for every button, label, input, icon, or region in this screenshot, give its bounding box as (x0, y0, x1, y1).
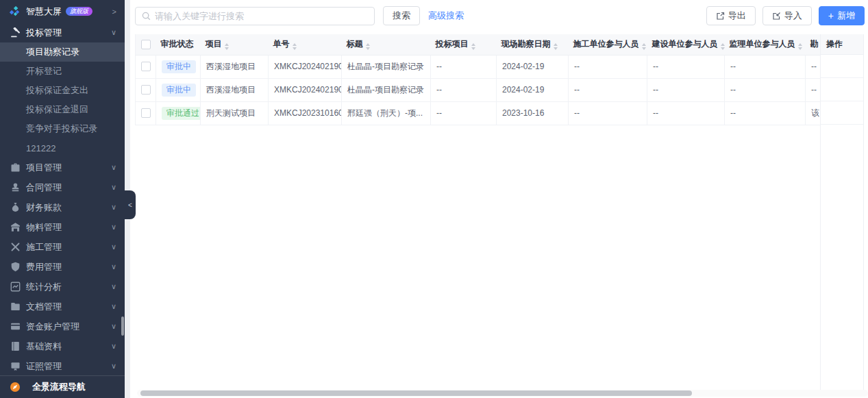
sidebar-item-license-management[interactable]: 证照管理 ∨ (0, 356, 125, 375)
column-header-order-no[interactable]: 单号 (269, 34, 342, 55)
sidebar-item-bid-bond-refund[interactable]: 投标保证金退回 (0, 100, 125, 119)
cell-builder-participants: -- (647, 55, 725, 78)
tools-icon (10, 242, 21, 253)
sidebar-item-statistics-analysis[interactable]: 统计分析 ∨ (0, 277, 125, 297)
actions-cell (821, 55, 863, 78)
sidebar-item-label: 智慧大屏 (26, 5, 62, 18)
export-button[interactable]: 导出 (706, 6, 756, 25)
cell-survey-date: 2024-02-19 (497, 55, 569, 78)
sidebar-item-expense-management[interactable]: 费用管理 ∨ (0, 257, 125, 277)
sidebar-item-label: 投标管理 (26, 27, 62, 39)
column-header-supervisor-participants[interactable]: 监理单位参与人员 (725, 34, 806, 55)
sidebar-item-competitor-bid-records[interactable]: 竞争对手投标记录 (0, 119, 125, 138)
sidebar-collapse-handle[interactable]: < (125, 190, 136, 219)
sidebar-item-label: 物料管理 (26, 221, 62, 234)
cell-survey-date: 2024-02-19 (497, 78, 569, 101)
chevron-down-icon: ∨ (111, 183, 116, 192)
cell-project: 刑天测试项目 (201, 101, 269, 125)
sidebar-item-label: 开标登记 (26, 65, 62, 77)
sidebar-scrollbar[interactable] (121, 316, 124, 336)
sidebar-item-project-management[interactable]: 项目管理 ∨ (0, 158, 125, 177)
chevron-down-icon: ∨ (111, 342, 116, 351)
horizontal-scrollbar-thumb[interactable] (140, 390, 692, 396)
row-checkbox[interactable] (141, 108, 151, 118)
chevron-down-icon: ∨ (111, 302, 116, 311)
fixed-actions-column: 操作 (820, 34, 864, 390)
sort-icon[interactable] (642, 43, 646, 50)
sidebar-item-smart-screen[interactable]: 智慧大屏 旗舰版 > (0, 0, 125, 23)
import-icon (772, 12, 781, 21)
row-checkbox[interactable] (141, 62, 151, 71)
status-badge: 审批中 (162, 84, 196, 97)
sidebar-item-project-survey-records[interactable]: 项目勘察记录 (0, 42, 125, 62)
sidebar-item-label: 项目管理 (26, 162, 62, 174)
chevron-down-icon: ∨ (111, 262, 116, 271)
chevron-down-icon: ∨ (111, 163, 116, 172)
status-badge: 审批中 (162, 60, 196, 73)
add-button[interactable]: + 新增 (819, 6, 865, 25)
column-header-bid-project[interactable]: 投标项目 (431, 34, 497, 55)
shield-icon (10, 262, 21, 273)
sidebar-item-process-navigation[interactable]: 全景流程导航 (0, 375, 125, 398)
sidebar-item-bid-bond-payment[interactable]: 投标保证金支出 (0, 81, 125, 100)
cell-bid-project: -- (431, 78, 497, 101)
sidebar-item-label: 资金账户管理 (26, 321, 79, 333)
sidebar-item-document-management[interactable]: 文档管理 ∨ (0, 297, 125, 316)
cell-supervisor-participants: -- (725, 55, 806, 78)
export-icon (716, 12, 725, 21)
cell-construction-participants: -- (569, 78, 647, 101)
search-button[interactable]: 搜索 (383, 6, 420, 25)
table-row: 审批通过 刑天测试项目 XMKCJ20231016001 邢廷强（刑天）-项..… (136, 101, 821, 125)
column-label: 审批状态 (161, 39, 194, 49)
cell-project: 西溪湿地项目 (201, 55, 269, 78)
column-header-builder-participants[interactable]: 建设单位参与人员 (647, 34, 725, 55)
search-input[interactable] (155, 11, 368, 21)
add-button-label: 新增 (837, 10, 855, 22)
sidebar-menu: 智慧大屏 旗舰版 > 投标管理 ∨ 项目勘察记录 开标登记 (0, 0, 125, 375)
cell-builder-participants: -- (647, 78, 725, 101)
toolbar-actions: 导出 导入 + 新增 (706, 6, 865, 25)
sort-icon[interactable] (366, 43, 370, 50)
column-header-construction-participants[interactable]: 施工单位参与人员 (569, 34, 647, 55)
column-header-title[interactable]: 标题 (342, 34, 431, 55)
select-all-checkbox[interactable] (141, 40, 151, 49)
smart-screen-logo-icon (10, 6, 21, 17)
cell-supervisor-participants: -- (725, 78, 806, 101)
column-label: 项目 (206, 39, 222, 49)
export-button-label: 导出 (728, 10, 746, 22)
sidebar-item-material-management[interactable]: 物料管理 ∨ (0, 217, 125, 237)
horizontal-scrollbar[interactable] (137, 390, 868, 397)
sidebar-item-label: 121222 (26, 143, 55, 153)
sidebar-item-121222[interactable]: 121222 (0, 138, 125, 158)
advanced-search-link[interactable]: 高级搜索 (428, 10, 464, 22)
sort-icon[interactable] (554, 43, 558, 50)
column-label: 现场勘察日期 (501, 39, 551, 49)
sort-icon[interactable] (721, 43, 725, 50)
main-content: 搜索 高级搜索 导出 导入 + 新增 (130, 0, 868, 398)
sidebar-item-construction-management[interactable]: 施工管理 ∨ (0, 237, 125, 257)
sidebar-item-bid-opening-registration[interactable]: 开标登记 (0, 62, 125, 81)
column-header-project[interactable]: 项目 (201, 34, 269, 55)
sort-icon[interactable] (798, 43, 802, 50)
status-badge: 审批通过 (162, 107, 201, 120)
sidebar-item-label: 财务账款 (26, 201, 62, 214)
sidebar-item-contract-management[interactable]: 合同管理 ∨ (0, 177, 125, 197)
actions-cell (821, 78, 863, 101)
edition-badge: 旗舰版 (66, 7, 92, 16)
sidebar-item-bid-management[interactable]: 投标管理 ∨ (0, 23, 125, 42)
sort-icon[interactable] (225, 43, 229, 50)
app-root: 智慧大屏 旗舰版 > 投标管理 ∨ 项目勘察记录 开标登记 (0, 0, 868, 398)
sidebar-item-label: 竞争对手投标记录 (26, 123, 97, 135)
sidebar-item-fund-account-management[interactable]: 资金账户管理 ∨ (0, 316, 125, 336)
sort-icon[interactable] (293, 43, 297, 50)
import-button[interactable]: 导入 (762, 6, 812, 25)
cell-order-no: XMKCJ20240219002 (269, 55, 342, 78)
briefcase-icon (10, 162, 21, 173)
row-checkbox[interactable] (141, 85, 151, 95)
sidebar-item-label: 项目勘察记录 (26, 46, 79, 58)
sidebar-item-basic-data[interactable]: 基础资料 ∨ (0, 336, 125, 356)
cell-truncated: 该 (806, 101, 821, 125)
sort-icon[interactable] (471, 43, 475, 50)
sidebar-item-finance-accounts[interactable]: 财务账款 ∨ (0, 197, 125, 217)
column-header-survey-date[interactable]: 现场勘察日期 (497, 34, 569, 55)
